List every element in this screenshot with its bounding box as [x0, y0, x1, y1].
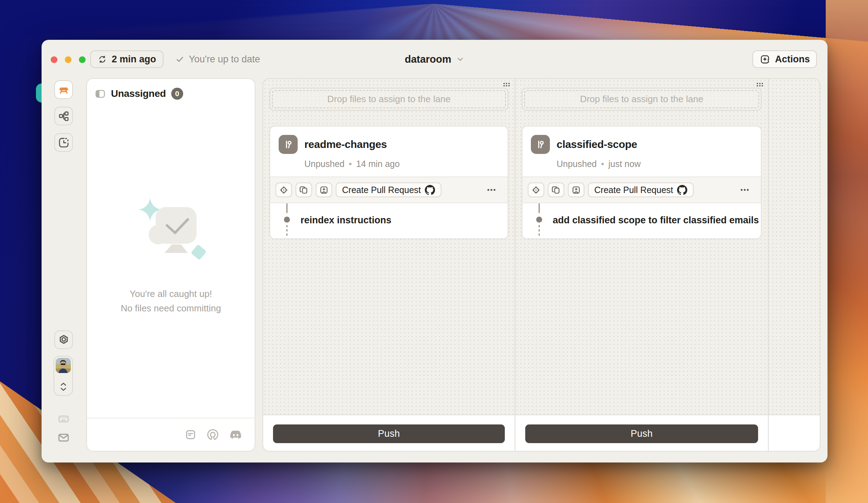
unassigned-title: Unassigned	[111, 88, 166, 99]
branch-time: just now	[608, 159, 641, 169]
unassigned-count-badge: 0	[171, 88, 183, 100]
separator-dot	[349, 163, 352, 165]
commit-graph	[539, 203, 540, 238]
branch-status: Unpushed	[557, 159, 597, 169]
branch-card-header[interactable]: classified-scope Unpushed just now	[522, 126, 761, 176]
gitbutler-window: 2 min ago You're up to date dataroom	[42, 40, 827, 462]
lane-new-empty	[769, 79, 820, 451]
branch-status: Unpushed	[304, 159, 345, 169]
commit-row[interactable]: add classified scope to filter classifie…	[522, 203, 761, 238]
copy-button[interactable]	[296, 182, 312, 197]
github-icon	[677, 185, 687, 195]
fetch-button[interactable]: 2 min ago	[90, 50, 163, 68]
ai-sparkle-bubble-icon	[760, 54, 770, 65]
checkmark-icon	[175, 55, 184, 64]
branch-card-header[interactable]: readme-changes Unpushed 14 min ago	[270, 126, 508, 176]
branch-badge-icon	[531, 135, 550, 154]
commit-target-button[interactable]	[528, 182, 544, 197]
create-pull-request-button[interactable]: Create Pull Request	[588, 182, 694, 197]
sidebar-item-branches[interactable]	[54, 107, 73, 125]
commit-dot	[536, 217, 542, 223]
add-dependent-branch-button[interactable]	[568, 182, 584, 197]
commit-graph	[286, 203, 287, 238]
branch-meta: Unpushed 14 min ago	[304, 159, 499, 169]
branch-name: readme-changes	[304, 138, 387, 150]
more-options-button[interactable]	[739, 185, 750, 195]
create-pr-label: Create Pull Request	[594, 185, 673, 195]
sync-arrows-icon	[98, 55, 107, 64]
create-pr-label: Create Pull Request	[342, 185, 421, 195]
branch-time: 14 min ago	[356, 159, 400, 169]
lane-footer: Push	[263, 415, 515, 452]
empty-state-text: You're all caught up! No files need comm…	[121, 287, 221, 316]
fetch-time-label: 2 min ago	[112, 54, 156, 65]
lane-readme-changes: Drop files to assign to the lane readme-…	[263, 79, 515, 451]
lane-footer: Push	[515, 415, 768, 452]
branch-badge-icon	[279, 135, 298, 154]
copy-button[interactable]	[548, 182, 564, 197]
project-name: dataroom	[405, 54, 451, 65]
keyboard-icon	[58, 413, 69, 425]
branch-meta: Unpushed just now	[557, 159, 752, 169]
split-panel-icon	[95, 88, 106, 99]
sidebar-item-history[interactable]	[54, 133, 73, 152]
commit-message: reindex instructions	[300, 203, 391, 237]
create-pull-request-button[interactable]: Create Pull Request	[336, 182, 441, 197]
branches-graph-icon	[58, 110, 70, 122]
caught-up-illustration	[130, 195, 211, 267]
github-icon	[425, 185, 435, 195]
mail-feedback-button[interactable]	[57, 431, 70, 444]
sidebar-item-workspace[interactable]	[54, 80, 73, 99]
workbench-icon	[58, 84, 70, 96]
branch-card: classified-scope Unpushed just now	[522, 126, 762, 239]
workspace-lanes: Drop files to assign to the lane readme-…	[262, 78, 820, 452]
history-clock-icon	[58, 137, 70, 149]
lane-drop-zone[interactable]: Drop files to assign to the lane	[269, 88, 508, 111]
branch-card: readme-changes Unpushed 14 min ago	[269, 126, 508, 239]
lane-classified-scope: Drop files to assign to the lane classif…	[515, 79, 769, 451]
commit-row[interactable]: reindex instructions	[270, 203, 508, 238]
minimize-window-button[interactable]	[65, 56, 72, 63]
commit-dot	[284, 217, 290, 223]
close-window-button[interactable]	[51, 56, 57, 63]
profile-switcher-chevrons-icon	[58, 381, 68, 392]
window-controls	[51, 56, 86, 63]
profile-switcher[interactable]	[54, 356, 73, 396]
commit-target-button[interactable]	[275, 182, 292, 197]
desktop: 2 min ago You're up to date dataroom	[0, 0, 868, 503]
settings-gear-icon	[58, 334, 70, 346]
branch-toolbar: Create Pull Request	[270, 176, 508, 203]
keyboard-shortcuts-button[interactable]	[58, 413, 69, 425]
branch-name: classified-scope	[557, 138, 637, 150]
empty-state-line2: No files need committing	[121, 301, 221, 316]
mail-envelope-icon	[57, 431, 70, 444]
drop-zone-hint: Drop files to assign to the lane	[524, 90, 759, 108]
chevron-down-icon	[456, 55, 464, 63]
push-button[interactable]: Push	[525, 424, 758, 443]
separator-dot	[601, 163, 604, 165]
sync-status-label: You're up to date	[189, 54, 260, 65]
branch-toolbar: Create Pull Request	[522, 176, 761, 203]
project-selector[interactable]: dataroom	[405, 50, 464, 68]
empty-state-line1: You're all caught up!	[121, 287, 221, 301]
release-notes-icon[interactable]	[185, 429, 196, 440]
edge-drawer-handle[interactable]	[36, 83, 42, 103]
discord-icon[interactable]	[229, 428, 242, 441]
empty-state: You're all caught up! No files need comm…	[87, 195, 255, 316]
lane-drop-zone[interactable]: Drop files to assign to the lane	[522, 88, 762, 111]
actions-button[interactable]: Actions	[752, 50, 817, 68]
unassigned-header: Unassigned 0	[87, 79, 255, 108]
panel-footer	[87, 418, 255, 451]
more-options-button[interactable]	[486, 185, 497, 195]
push-button[interactable]: Push	[273, 424, 505, 443]
sync-status: You're up to date	[175, 50, 260, 68]
lane-footer	[769, 415, 820, 452]
add-dependent-branch-button[interactable]	[316, 182, 332, 197]
open-source-keyhole-icon[interactable]	[207, 429, 219, 441]
commit-message: add classified scope to filter classifie…	[553, 203, 759, 237]
actions-label: Actions	[775, 54, 810, 65]
settings-button[interactable]	[54, 330, 73, 349]
drop-zone-hint: Drop files to assign to the lane	[272, 90, 506, 108]
unassigned-panel: Unassigned 0 You're all caught up!	[86, 78, 255, 452]
zoom-window-button[interactable]	[79, 56, 86, 63]
